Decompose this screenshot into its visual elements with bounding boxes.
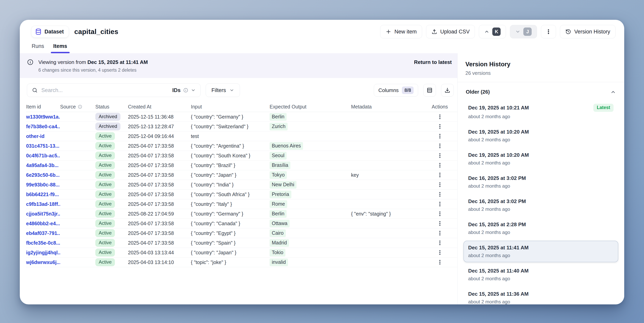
expected-output-cell: Cairo [270,229,351,237]
item-id-link[interactable]: cjjoa5it75n3jr... [26,211,60,217]
avatar-j-button[interactable]: J [510,25,537,38]
table-row[interactable]: c9fb13ad-18ff... Active 2025-04-07 17:33… [26,199,457,209]
upload-csv-button[interactable]: Upload CSV [426,25,475,38]
table-row[interactable]: e4860bb2-e4... Active 2025-04-07 17:33:5… [26,219,457,228]
version-list-item[interactable]: Dec 16, 2025 at 3:02 PM about 2 months a… [464,194,618,216]
tab-items[interactable]: Items [53,43,67,53]
expected-output-chip: Seoul [270,152,286,160]
item-id-link[interactable]: 4a95afa4-3b... [26,162,60,168]
col-header-source: Source [60,104,95,110]
row-actions-button[interactable] [434,133,446,139]
table-row[interactable]: fbcfe35e-0c8... Active 2025-04-07 17:33:… [26,238,457,248]
item-id-link[interactable]: 6e293c50-6b... [26,172,60,178]
item-id-link[interactable]: 99e93b0c-88... [26,182,60,188]
version-list-item[interactable]: Dec 19, 2025 at 10:20 AM about 2 months … [464,125,618,146]
version-list-item[interactable]: Dec 19, 2025 at 10:20 AM about 2 months … [464,148,618,170]
row-actions-button[interactable] [434,162,446,168]
version-relative-time: about 2 months ago [468,253,614,258]
version-history-panel: Version History 26 versions Older (26) D… [457,53,624,304]
row-density-button[interactable] [423,84,436,97]
version-list-item[interactable]: Dec 15, 2025 at 11:40 AM about 2 months … [464,264,618,285]
new-item-button[interactable]: New item [380,25,422,38]
row-actions-button[interactable] [434,240,446,246]
created-at-cell: 2025-04-07 17:33:58 [128,230,191,236]
row-actions-button[interactable] [434,250,446,255]
table-row[interactable]: ig2yjingjj4hql... Active 2025-04-03 13:1… [26,248,457,257]
filters-button[interactable]: Filters [206,84,240,97]
table-row[interactable]: other-id Active 2025-12-04 09:16:44 test [26,131,457,141]
item-id-link[interactable]: fe7b38e0-ca4... [26,124,60,129]
version-list-item[interactable]: Dec 15, 2025 at 2:28 PM about 2 months a… [464,217,618,239]
item-id-link[interactable]: c9fb13ad-18ff... [26,201,60,207]
row-actions-button[interactable] [434,230,446,236]
download-button[interactable] [441,84,454,97]
status-cell: Active [95,219,128,227]
item-id-link[interactable]: e4860bb2-e4... [26,221,60,226]
item-id-link[interactable]: w1330t9ww1a... [26,114,60,120]
row-actions-button[interactable] [434,143,446,149]
table-row[interactable]: w1330t9ww1a... Archived 2025-12-15 11:36… [26,112,457,122]
kebab-menu-icon [437,124,443,129]
item-id-link[interactable]: eb4af037-791... [26,230,60,236]
table-row[interactable]: fe7b38e0-ca4... Archived 2025-12-13 12:2… [26,122,457,131]
version-list-item[interactable]: Dec 16, 2025 at 3:02 PM about 2 months a… [464,171,618,193]
banner-version-date: Dec 15, 2025 at 11:41 AM [88,59,148,65]
expected-output-chip: Zurich [270,123,288,130]
search-box[interactable]: IDs [27,84,200,97]
version-list-item[interactable]: Dec 19, 2025 at 10:21 AM Latest about 2 … [464,100,618,123]
table-row[interactable]: 0c4f671b-ac5... Active 2025-04-07 17:33:… [26,151,457,161]
row-actions-button[interactable] [434,114,446,120]
item-id-link[interactable]: ig2yjingjj4hql... [26,250,60,255]
created-at-cell: 2025-12-15 11:36:48 [128,114,191,120]
search-input[interactable] [41,87,172,93]
item-id-link[interactable]: 031c4751-13... [26,143,60,149]
expected-output-cell: Zurich [270,123,351,130]
kebab-menu-icon [437,114,443,120]
row-actions-button[interactable] [434,191,446,197]
item-id-link[interactable]: fbcfe35e-0c8... [26,240,60,246]
status-badge: Active [95,181,115,189]
table-row[interactable]: eb4af037-791... Active 2025-04-07 17:33:… [26,228,457,238]
version-count: 26 versions [466,70,616,76]
table-row[interactable]: wj6dwrwxu6j... Active 2025-04-03 13:14:1… [26,257,457,267]
item-id-link[interactable]: b6b64221-f9... [26,192,60,197]
item-id-link[interactable]: wj6dwrwxu6j... [26,259,60,265]
row-actions-button[interactable] [434,220,446,226]
row-actions-button[interactable] [434,172,446,178]
item-id-link[interactable]: 0c4f671b-ac5... [26,153,60,159]
latest-badge: Latest [593,104,614,112]
ids-dropdown[interactable]: IDs [172,87,196,93]
table-row[interactable]: 99e93b0c-88... Active 2025-04-07 17:33:5… [26,180,457,190]
table-rows-icon [426,87,433,93]
row-actions-button[interactable] [434,124,446,129]
status-cell: Active [95,258,128,266]
version-list-item[interactable]: Dec 15, 2025 at 11:41 AM about 2 months … [464,241,618,262]
row-actions-button[interactable] [434,182,446,188]
status-badge: Archived [95,123,120,130]
avatar-k-button[interactable]: K [479,25,506,38]
return-to-latest-link[interactable]: Return to latest [414,59,452,65]
table-row[interactable]: cjjoa5it75n3jr... Active 2025-08-22 17:0… [26,209,457,219]
row-actions-button[interactable] [434,259,446,265]
version-list-item[interactable]: Dec 15, 2025 at 11:36 AM about 2 months … [464,287,618,304]
status-badge: Active [95,152,115,160]
version-history-button[interactable]: Version History [560,25,616,38]
table-row[interactable]: 6e293c50-6b... Active 2025-04-07 17:33:5… [26,170,457,180]
status-cell: Active [95,171,128,179]
kebab-menu-icon [437,153,443,159]
table-row[interactable]: b6b64221-f9... Active 2025-04-07 17:33:5… [26,190,457,199]
older-group-toggle[interactable]: Older (26) [464,88,618,96]
columns-button[interactable]: Columns 8/8 [374,84,418,97]
row-actions-button[interactable] [434,153,446,159]
more-options-button[interactable] [541,25,556,38]
kebab-menu-icon [437,211,443,217]
row-actions-button[interactable] [434,201,446,207]
row-actions-button[interactable] [434,211,446,217]
banner-prefix: Viewing version from [38,59,86,65]
status-badge: Active [95,258,115,266]
item-id-link[interactable]: other-id [26,133,60,139]
tab-runs[interactable]: Runs [32,43,44,53]
table-row[interactable]: 4a95afa4-3b... Active 2025-04-07 17:33:5… [26,161,457,170]
table-row[interactable]: 031c4751-13... Active 2025-04-07 17:33:5… [26,141,457,151]
version-history-title: Version History [466,61,616,68]
